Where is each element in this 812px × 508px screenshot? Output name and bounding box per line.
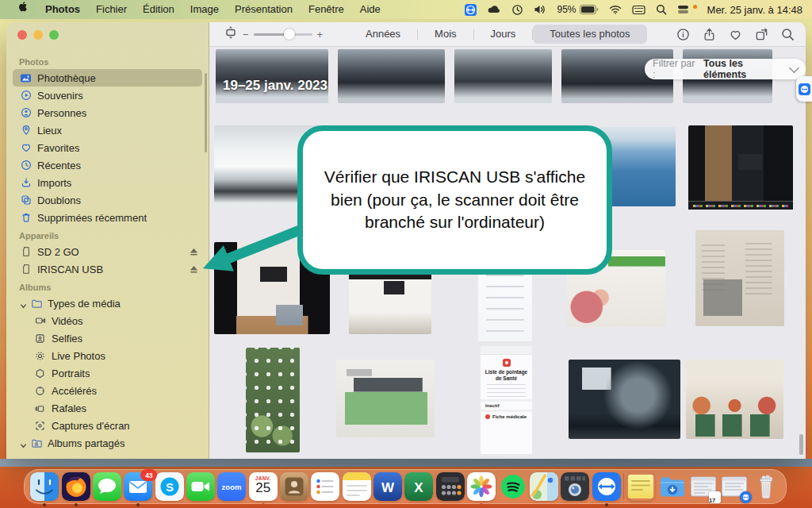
tab-toutes-les-photos[interactable]: Toutes les photos <box>533 25 646 44</box>
dock-messages[interactable] <box>93 472 121 501</box>
trash-icon <box>19 212 33 224</box>
sidebar-item-rafales[interactable]: Rafales <box>13 399 202 417</box>
share-icon[interactable] <box>703 28 716 41</box>
favorite-icon[interactable] <box>729 28 742 41</box>
wifi-icon[interactable] <box>609 5 622 14</box>
dock-maps[interactable] <box>530 472 558 501</box>
menu-image[interactable]: Image <box>182 0 227 19</box>
info-icon[interactable] <box>676 28 690 41</box>
photo-thumbnail[interactable] <box>216 49 328 103</box>
menu-presentation[interactable]: Présentation <box>227 0 301 19</box>
sidebar-item-selfies[interactable]: Selfies <box>13 329 202 347</box>
sidebar-item-portraits[interactable]: Portraits <box>13 364 202 382</box>
zoom-out-button[interactable]: − <box>243 29 249 40</box>
dock-minimized-window-teamviewer[interactable] <box>720 472 749 501</box>
sidebar-item-acceleres[interactable]: Accélérés <box>13 382 202 399</box>
photo-thumbnail[interactable] <box>686 360 783 439</box>
sidebar-item-recentes[interactable]: Récentes <box>13 156 202 174</box>
tab-annees[interactable]: Années <box>349 25 417 44</box>
spotlight-icon[interactable] <box>656 4 667 15</box>
sidebar-item-doublons[interactable]: Doublons <box>13 191 202 209</box>
close-button[interactable] <box>17 30 27 40</box>
sidebar-item-souvenirs[interactable]: Souvenirs <box>13 87 202 104</box>
search-icon[interactable] <box>781 28 795 41</box>
dock-notes[interactable] <box>343 472 371 501</box>
sidebar-item-sd-card[interactable]: SD 2 GO <box>13 243 202 260</box>
menu-app-name[interactable]: Photos <box>37 0 88 19</box>
dock-calendar[interactable]: JANV. 25 <box>249 472 278 501</box>
photo-thumbnail[interactable]: Liste de pointage de Santé Inactif Fiche… <box>481 346 532 454</box>
battery-indicator[interactable]: 95% <box>557 4 599 15</box>
battery-percent: 95% <box>557 4 576 15</box>
thumbnail-size-slider[interactable] <box>254 33 312 36</box>
dock-contacts[interactable] <box>280 472 308 501</box>
sidebar-item-supprimees[interactable]: Supprimées récemment <box>13 209 202 226</box>
menu-bar-clock[interactable]: Mer. 25 janv. à 14:48 <box>707 4 802 16</box>
dock-zoom[interactable]: zoom <box>217 472 246 501</box>
sidebar-item-phototheque[interactable]: Photothèque <box>13 69 202 87</box>
tab-mois[interactable]: Mois <box>418 25 473 44</box>
volume-icon[interactable] <box>534 4 547 15</box>
photo-thumbnail[interactable] <box>688 125 793 210</box>
dock-calculator[interactable] <box>436 472 465 501</box>
sidebar-item-captures[interactable]: Captures d'écran <box>13 417 202 434</box>
live-photos-icon <box>33 350 47 362</box>
status-stack-icon[interactable] <box>677 5 689 14</box>
dock-firefox[interactable] <box>62 472 90 501</box>
dock-photo-booth[interactable] <box>561 472 589 501</box>
menu-aide[interactable]: Aide <box>352 0 389 19</box>
sidebar-item-iriscan-usb[interactable]: IRISCAN USB <box>13 260 202 278</box>
running-indicator <box>136 503 140 506</box>
dock-teamviewer[interactable] <box>592 472 621 501</box>
photo-thumbnail[interactable] <box>338 49 445 103</box>
dock-finder[interactable] <box>30 472 59 501</box>
apple-menu-icon[interactable] <box>10 0 37 19</box>
menu-fichier[interactable]: Fichier <box>88 0 135 19</box>
photo-thumbnail[interactable] <box>569 360 680 439</box>
dock-downloads-folder[interactable] <box>658 472 687 501</box>
tab-jours[interactable]: Jours <box>474 25 533 44</box>
dock-minimized-window-calendar[interactable]: 17 <box>689 472 718 501</box>
time-machine-icon[interactable] <box>511 4 523 16</box>
teamviewer-panel-tab[interactable] <box>796 76 812 102</box>
sidebar-scrollbar[interactable] <box>205 73 207 152</box>
rotate-icon[interactable] <box>755 28 768 41</box>
zoom-in-button[interactable]: + <box>317 29 324 40</box>
dock-word[interactable]: W <box>373 472 402 501</box>
photo-thumbnail[interactable] <box>336 360 435 437</box>
disclosure-chevron-icon[interactable] <box>19 439 28 448</box>
menu-edition[interactable]: Édition <box>135 0 182 19</box>
input-source-icon[interactable] <box>632 5 645 15</box>
sidebar-item-lieux[interactable]: Lieux <box>13 121 202 139</box>
slider-knob[interactable] <box>284 29 295 40</box>
icloud-icon[interactable] <box>487 5 501 14</box>
dock-mail[interactable]: 43 <box>124 472 152 501</box>
dock-excel[interactable]: X <box>404 472 433 501</box>
sidebar-item-live-photos[interactable]: Live Photos <box>13 347 202 364</box>
content-scrollbar[interactable] <box>799 434 803 455</box>
dock-skype[interactable]: S <box>155 472 184 501</box>
filter-dropdown[interactable]: Filtrer par : Tous les éléments <box>645 59 806 79</box>
teamviewer-menu-icon[interactable] <box>465 4 477 16</box>
sidebar-item-personnes[interactable]: Personnes <box>13 104 202 121</box>
dock-stickies[interactable] <box>626 472 655 501</box>
photo-thumbnail[interactable] <box>246 348 300 452</box>
minimize-button[interactable] <box>33 30 43 40</box>
disclosure-chevron-icon[interactable] <box>19 299 28 308</box>
dock-facetime[interactable] <box>186 472 215 501</box>
zoom-aspect-icon[interactable] <box>224 25 238 43</box>
photo-thumbnail[interactable] <box>695 230 784 326</box>
selfie-icon <box>33 333 47 344</box>
sidebar-item-albums-partages[interactable]: Albums partagés <box>13 434 202 452</box>
dock-reminders[interactable] <box>311 472 339 501</box>
sidebar-item-favorites[interactable]: Favorites <box>13 139 202 156</box>
sidebar-item-types-de-media[interactable]: Types de média <box>13 294 202 312</box>
menu-fenetre[interactable]: Fenêtre <box>301 0 352 19</box>
sidebar-item-imports[interactable]: Imports <box>13 174 202 191</box>
dock-spotify[interactable] <box>499 472 527 501</box>
zoom-button[interactable] <box>49 30 59 40</box>
sidebar-item-videos[interactable]: Vidéos <box>13 312 202 329</box>
dock-photos[interactable] <box>467 472 496 501</box>
photo-thumbnail[interactable] <box>454 49 552 103</box>
dock-trash[interactable] <box>752 472 780 501</box>
